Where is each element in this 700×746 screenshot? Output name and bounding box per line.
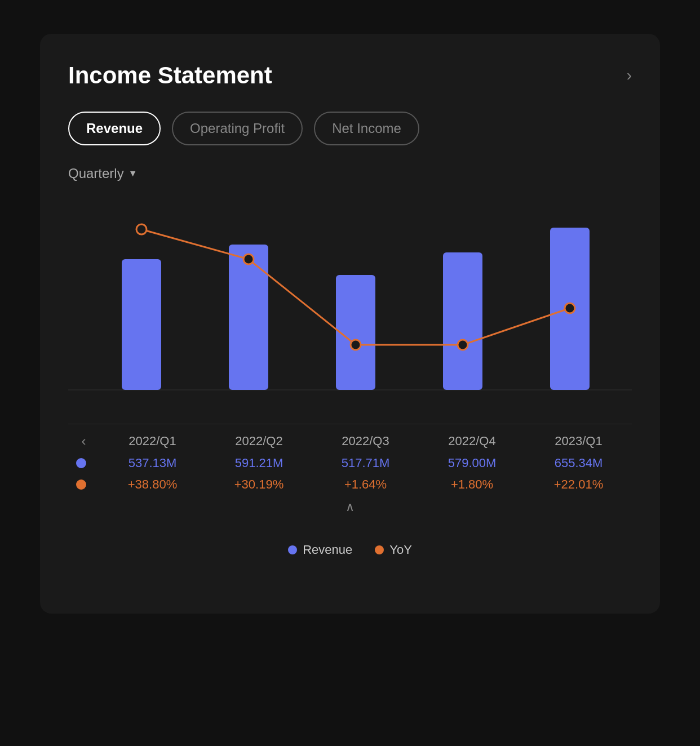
collapse-row: ∧ — [68, 500, 632, 514]
revenue-value-5: 655.34M — [555, 456, 603, 470]
card-header: Income Statement › — [68, 62, 632, 89]
yoy-values-row: +38.80% +30.19% +1.64% +1.80% +22.01% — [99, 477, 632, 492]
yoy-dot-q3 — [351, 340, 361, 350]
yoy-dot-legend — [76, 479, 86, 490]
tab-operating-profit[interactable]: Operating Profit — [172, 112, 303, 145]
yoy-value-5: +22.01% — [554, 477, 603, 491]
revenue-dot-legend — [76, 458, 86, 468]
chart-area — [68, 198, 632, 412]
legend-yoy: YoY — [375, 543, 412, 557]
bar-q2 — [229, 245, 268, 390]
yoy-value-2: +30.19% — [234, 477, 283, 491]
period-dropdown-icon: ▼ — [129, 168, 138, 179]
quarter-label-3: 2022/Q3 — [342, 426, 389, 457]
legend-yoy-label: YoY — [389, 543, 412, 557]
quarter-label-4: 2022/Q4 — [448, 426, 495, 457]
yoy-dot-q2 — [243, 254, 254, 264]
quarter-label-2: 2022/Q2 — [235, 426, 282, 457]
legend-revenue-label: Revenue — [303, 543, 352, 557]
legend-yoy-dot — [375, 545, 384, 554]
yoy-value-4: +1.80% — [451, 477, 493, 491]
quarter-labels-row: 2022/Q1 2022/Q2 2022/Q3 2022/Q4 2023/Q1 — [99, 434, 632, 449]
yoy-dot-q4 — [458, 340, 468, 350]
page-title: Income Statement — [68, 62, 272, 89]
bar-q4 — [443, 252, 482, 390]
collapse-button[interactable]: ∧ — [345, 500, 355, 514]
yoy-dot-q5 — [565, 303, 575, 313]
tab-revenue[interactable]: Revenue — [68, 112, 161, 145]
chart-svg — [68, 198, 632, 412]
revenue-values-row: 537.13M 591.21M 517.71M 579.00M 655.34M — [99, 456, 632, 470]
legend-revenue: Revenue — [288, 543, 352, 557]
bar-q1 — [122, 259, 161, 390]
data-table: ‹ 2022/Q1 2022/Q2 2022/Q3 2022/Q4 2023/Q… — [68, 424, 632, 492]
yoy-dot-q1 — [136, 224, 147, 234]
yoy-value-3: +1.64% — [344, 477, 387, 491]
prev-button[interactable]: ‹ — [82, 433, 86, 449]
quarter-label-5: 2023/Q1 — [555, 426, 602, 457]
tab-group: Revenue Operating Profit Net Income — [68, 112, 632, 145]
legend-revenue-dot — [288, 545, 297, 554]
revenue-value-4: 579.00M — [448, 456, 497, 470]
quarter-label-1: 2022/Q1 — [129, 426, 176, 457]
period-selector[interactable]: Quarterly ▼ — [68, 166, 632, 181]
revenue-value-1: 537.13M — [129, 456, 177, 470]
revenue-value-2: 591.21M — [235, 456, 283, 470]
bar-q3 — [336, 275, 375, 390]
tab-net-income[interactable]: Net Income — [314, 112, 419, 145]
revenue-value-3: 517.71M — [342, 456, 390, 470]
navigate-right-icon[interactable]: › — [627, 66, 632, 85]
income-statement-card: Income Statement › Revenue Operating Pro… — [40, 34, 660, 614]
legend: Revenue YoY — [68, 543, 632, 557]
period-label: Quarterly — [68, 166, 124, 181]
yoy-value-1: +38.80% — [128, 477, 177, 491]
